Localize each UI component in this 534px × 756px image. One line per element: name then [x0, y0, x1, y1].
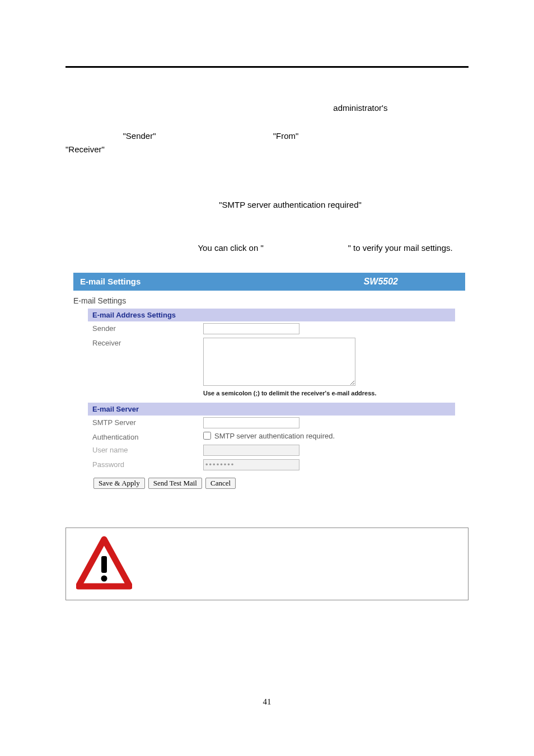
addr-header: E-mail Address Settings: [88, 309, 455, 321]
paragraph-1: xxxx xxxx xxxx xxxx xxxx xxxx xxxx xxxx …: [65, 101, 469, 171]
send-test-mail-button[interactable]: Send Test Mail: [148, 478, 202, 489]
section-title: E-mail Settings: [73, 295, 458, 309]
auth-label: Authentication: [92, 432, 203, 441]
cancel-button[interactable]: Cancel: [205, 478, 236, 489]
paragraph-3: xxxxxxxxxxxxxxxxxxxxxxxxxxxxxxx You can …: [65, 241, 469, 255]
text-smtp-auth-req: "SMTP server authentication required": [219, 200, 362, 209]
receiver-textarea[interactable]: [203, 338, 355, 386]
page-number: 41: [0, 697, 534, 707]
text-verify: " to verify your mail settings.: [348, 243, 453, 253]
svg-point-2: [101, 575, 107, 581]
auth-checkbox-label[interactable]: SMTP server authentication required.: [203, 432, 455, 440]
save-apply-button[interactable]: Save & Apply: [93, 478, 145, 489]
receiver-label: Receiver: [92, 338, 203, 347]
sender-label: Sender: [92, 323, 203, 333]
paragraph-2: xxxxxxxxxxxxxxxxxxxxxxxx xxxxxxxxxxxxxxx…: [65, 184, 469, 226]
panel-title: E-mail Settings: [80, 277, 140, 286]
text-from-quoted: "From": [273, 131, 299, 141]
password-label: Password: [92, 459, 203, 469]
warning-icon: [76, 536, 132, 592]
text-receiver-quoted: "Receiver": [65, 144, 105, 154]
panel-header: E-mail Settings SW5502: [73, 273, 465, 291]
smtp-label: SMTP Server: [92, 417, 203, 427]
auth-checkbox[interactable]: [203, 432, 211, 440]
server-header: E-mail Server: [88, 403, 455, 416]
password-input: [203, 459, 299, 470]
svg-rect-1: [101, 556, 107, 573]
receiver-hint: Use a semicolon (;) to delimit the recei…: [203, 388, 455, 396]
attention-box: [65, 528, 469, 600]
smtp-input[interactable]: [203, 417, 299, 428]
sender-input[interactable]: [203, 323, 299, 334]
auth-checkbox-text: SMTP server authentication required.: [214, 432, 335, 440]
username-label: User name: [92, 445, 203, 454]
text-sender-quoted: "Sender": [123, 131, 156, 141]
text-click-on: You can click on ": [198, 243, 263, 253]
text-administrators: administrator's: [333, 103, 387, 113]
username-input: [203, 445, 299, 456]
figure-email-settings: E-mail Settings SW5502 E-mail Settings E…: [73, 272, 466, 497]
model-label: SW5502: [364, 277, 398, 287]
